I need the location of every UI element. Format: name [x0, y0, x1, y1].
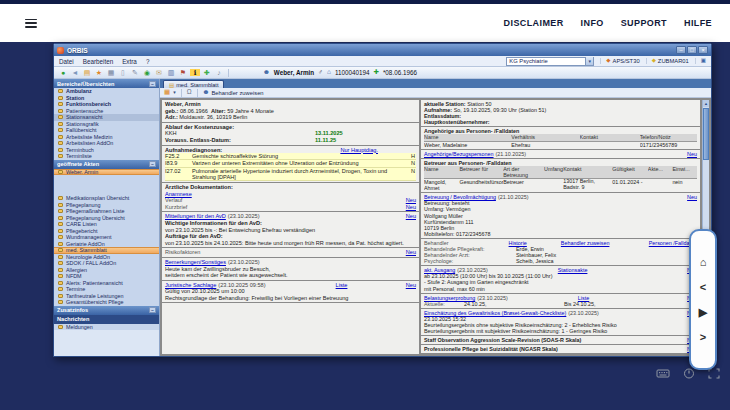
betreuung-line: Mobiltelefon: 0172/2345678	[424, 231, 697, 237]
liste-link[interactable]: Liste	[336, 282, 348, 289]
folder-icon	[58, 115, 63, 119]
folder-icon	[58, 89, 63, 93]
info-icon[interactable]: ℹ	[190, 69, 200, 76]
maximize-button[interactable]: □	[687, 46, 697, 54]
collapse-icon[interactable]: –	[149, 81, 156, 87]
folder-icon	[58, 109, 63, 113]
favorites-icon[interactable]: ★	[94, 69, 104, 76]
collapse-icon[interactable]: –	[149, 307, 156, 313]
page-header: DISCLAIMERINFOSUPPORTHILFE	[0, 4, 730, 42]
juristische-link[interactable]: Juristische Sachlage	[165, 282, 216, 289]
neu-link[interactable]: Neu	[683, 151, 697, 157]
folder-open-icon[interactable]: ▤	[82, 69, 92, 76]
play-icon[interactable]: ▶	[699, 307, 707, 318]
nur-hauptdiag-link[interactable]: Nur Hauptdiag.	[340, 147, 378, 154]
folder-icon	[58, 300, 63, 304]
department-select[interactable]: KG Psychiatrie ▾	[506, 57, 594, 66]
anamnese-link[interactable]: Anamnese	[165, 191, 192, 198]
folder-icon	[58, 96, 63, 100]
angehoerige-link[interactable]: Angehörige/Bezugspersonen	[424, 151, 494, 157]
session-controls	[656, 368, 720, 379]
tab-med-stammblatt[interactable]: ▤ med. Stammblatt	[163, 80, 224, 88]
nav-link[interactable]: SUPPORT	[621, 18, 667, 28]
section-title: Ablauf der Kostenzusage:	[165, 124, 416, 131]
mail-icon[interactable]: ✉	[154, 69, 164, 76]
sidebar-header-akten[interactable]: geöffnete Akten –	[54, 160, 159, 169]
patient-summary: Weber, Armin geb.: 08.06.1966 Alter: 59 …	[162, 100, 419, 122]
sidebar: Bereiche/Übersichten – Ambulanz Station …	[54, 79, 160, 356]
menu-item[interactable]: Bearbeiten	[83, 58, 113, 65]
diagnosis-row[interactable]: I83.9 Varizen der unteren Extremitäten o…	[165, 160, 416, 167]
lock-icon[interactable]: Ω	[187, 89, 192, 96]
sidebar-header-zusatzinfos[interactable]: Zusatzinfos –	[54, 306, 159, 315]
fullscreen-icon[interactable]	[708, 368, 720, 379]
add-icon[interactable]: ✚	[202, 69, 212, 76]
behandler-row: Psychologe: Scheib, Jessica	[424, 258, 697, 264]
tab-icon: ▤	[169, 82, 174, 88]
behandler-section: Behandler Historie Behandler zuweisen Pe…	[421, 239, 700, 265]
new-document-icon[interactable]: ▯	[118, 69, 128, 76]
assign-practitioner-button[interactable]: ☻ Behandler zuweisen	[203, 89, 264, 96]
keyboard-icon[interactable]	[656, 368, 670, 379]
folder-icon	[58, 242, 63, 246]
home-icon[interactable]: ●	[58, 69, 68, 76]
folder-icon	[58, 209, 63, 213]
sidebar-header-nachrichten[interactable]: Nachrichten	[54, 315, 159, 324]
nav-link[interactable]: DISCLAIMER	[504, 18, 564, 28]
scale-row: Professionelle Pflege bei Suizidalität (…	[421, 345, 700, 353]
diagnosis-row[interactable]: F25.2 Gemischte schizoaffektive Störung …	[165, 153, 416, 160]
bemerkungen-link[interactable]: Bemerkungen/Sonstiges	[165, 259, 226, 266]
menu-icon[interactable]	[25, 19, 37, 28]
chevron-down-icon[interactable]: ▾	[173, 90, 176, 95]
edit-icon[interactable]: ✎	[130, 69, 140, 76]
neu-link[interactable]: Neu	[402, 249, 416, 256]
flag-icon[interactable]: ⚑	[178, 69, 188, 76]
nav-link[interactable]: INFO	[581, 18, 604, 28]
context-area: KG Psychiatrie ▾ ◆ APS/ST30 ◆ ZUBMAR01 ▣	[506, 57, 706, 66]
table-row[interactable]: Weber, Madelaine Ehefrau 0171/23456789	[424, 142, 697, 148]
card-icon[interactable]: ▥	[166, 69, 176, 76]
power-icon[interactable]	[683, 368, 695, 379]
angehoerige-table: Angehörige aus Personen- /Falldaten Name…	[421, 127, 700, 148]
menu-item[interactable]: ?	[146, 58, 150, 65]
scrollbar-thumb[interactable]	[703, 108, 709, 160]
behandler-zuweisen-link[interactable]: Behandler zuweisen	[561, 240, 610, 246]
birthdate: *08.06.1966	[383, 69, 417, 76]
window-titlebar[interactable]: ORBIS –□×	[54, 44, 711, 56]
sidebar-filler	[54, 330, 159, 356]
chevron-down-icon[interactable]: ▾	[585, 57, 593, 65]
home-icon[interactable]: ⌂	[700, 257, 707, 268]
collapse-icon[interactable]: –	[149, 161, 156, 167]
neu-link[interactable]: Neu	[402, 282, 416, 289]
folder-icon	[58, 141, 63, 145]
neu-link[interactable]: Neu	[402, 204, 416, 211]
back-icon[interactable]: <	[700, 282, 706, 293]
history-icon[interactable]: ◉	[142, 69, 152, 76]
case-number: 1100040194	[335, 69, 370, 76]
print-icon[interactable]: ▦	[106, 69, 116, 76]
sidebar-header-bereiche[interactable]: Bereiche/Übersichten –	[54, 79, 159, 88]
grid-icon[interactable]: ▦	[164, 89, 170, 96]
workstation-icon: ◆	[606, 58, 610, 64]
menu-item[interactable]: Extra	[122, 58, 137, 65]
neu-link[interactable]: Neu	[402, 197, 416, 204]
minimize-button[interactable]: –	[676, 46, 686, 54]
diagnosis-row[interactable]: I27.02 Pulmonale arterielle Hypertonie i…	[165, 168, 416, 181]
neu-link[interactable]: Neu	[683, 194, 697, 200]
context-extra-icon[interactable]: ▣	[695, 58, 706, 64]
avd-link[interactable]: Mitteilungen für den AvD	[165, 213, 226, 220]
diagnosis-flag: H	[408, 153, 416, 159]
scroll-up-icon[interactable]: ▲	[703, 100, 709, 107]
forward-icon[interactable]: >	[700, 332, 706, 343]
note-icon[interactable]: ♪	[214, 69, 224, 76]
back-icon[interactable]: ◄	[70, 69, 80, 76]
diagnosis-text: Pulmonale arterielle Hypertonie induzier…	[192, 168, 408, 180]
nav-link[interactable]: HILFE	[684, 18, 712, 28]
folder-icon	[58, 294, 63, 298]
neu-link[interactable]: Neu	[402, 213, 416, 220]
close-button[interactable]: ×	[698, 46, 708, 54]
table-row[interactable]: Mangold, Ahmet Gesundheitsfürsorge Betre…	[424, 179, 697, 191]
kostenzusage-row: Vorauss. Entlass-Datum: 11.11.25	[165, 137, 416, 144]
stationsakte-link[interactable]: Stationsakte	[558, 267, 588, 273]
menu-item[interactable]: Datei	[59, 58, 74, 65]
